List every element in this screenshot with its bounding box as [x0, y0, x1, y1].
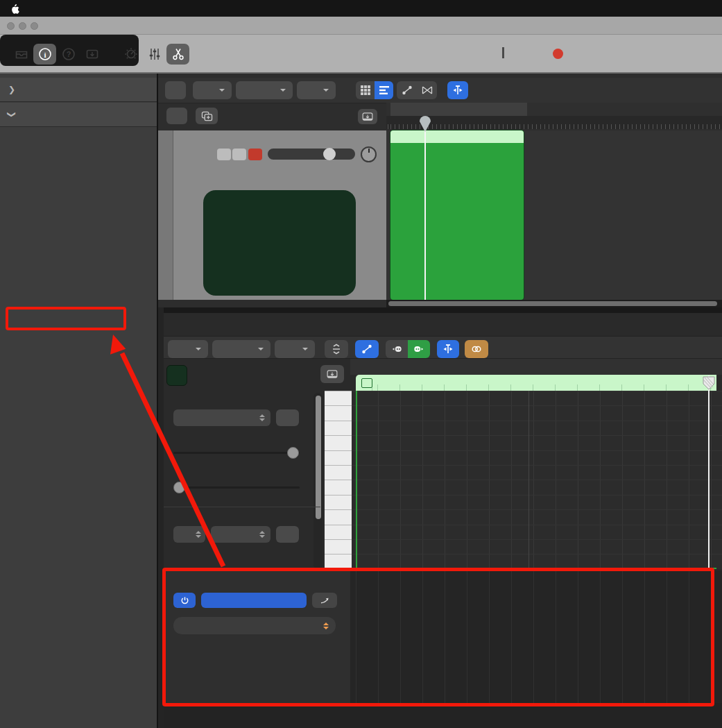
inspector-panel: ❯ ❯ — [0, 74, 158, 728]
close-window-button[interactable] — [7, 22, 15, 30]
track-pan-knob[interactable] — [361, 146, 377, 162]
minimize-window-button[interactable] — [19, 22, 26, 30]
pianoroll-edit-menu[interactable] — [168, 340, 208, 358]
pianoroll-catch-button[interactable] — [437, 340, 459, 358]
zoom-window-button[interactable] — [31, 22, 38, 30]
track-mute-button[interactable] — [217, 149, 231, 160]
add-track-button[interactable] — [166, 108, 187, 124]
stepper-icon — [196, 531, 201, 538]
track-header-toolbar — [158, 103, 386, 130]
automation-panel — [164, 570, 350, 703]
automation-mode-button[interactable] — [201, 593, 307, 608]
smart-controls-button[interactable] — [119, 44, 142, 65]
swing-slider-knob[interactable] — [173, 482, 185, 493]
midi-region[interactable] — [390, 130, 524, 300]
pianoroll-functions-menu[interactable] — [212, 340, 270, 358]
pan-knob-pointer — [368, 149, 370, 153]
divider — [164, 507, 320, 507]
region-play-icon[interactable] — [361, 378, 372, 388]
apple-icon[interactable] — [10, 3, 19, 14]
track-volume-slider[interactable] — [268, 149, 355, 160]
arrange-toolbar — [158, 78, 722, 103]
stepper-icon — [259, 531, 265, 538]
automation-power-button[interactable] — [173, 593, 196, 608]
volume-slider-knob[interactable] — [323, 148, 336, 160]
back-navigation-button[interactable] — [165, 81, 186, 99]
list-view-button[interactable] — [375, 81, 393, 99]
automation-curve[interactable] — [350, 570, 722, 703]
quick-help-button[interactable]: ? — [57, 44, 80, 65]
pianoroll-ruler[interactable] — [350, 359, 722, 375]
logic-pro-window: i ? ❯ ❯ — [0, 0, 722, 728]
track-number[interactable] — [158, 130, 173, 300]
track-solo-button[interactable] — [232, 149, 246, 160]
pianoroll-region-strip[interactable] — [356, 375, 716, 391]
playhead-marker[interactable] — [419, 116, 431, 133]
automation-parameter-dropdown[interactable] — [173, 617, 336, 634]
chevron-down-icon — [219, 89, 225, 92]
library-button[interactable] — [10, 44, 33, 65]
stepper-icon — [323, 623, 329, 629]
track-header[interactable] — [173, 130, 386, 300]
chevron-right-icon: ❯ — [8, 85, 15, 94]
scale-quantize-root-dropdown[interactable] — [173, 526, 205, 543]
midi-out-button[interactable] — [408, 340, 430, 358]
arrange-ruler-region-span — [390, 103, 527, 116]
strength-slider-knob[interactable] — [287, 447, 299, 459]
arrange-view-menu[interactable] — [297, 81, 336, 99]
arrange-edit-menu[interactable] — [193, 81, 232, 99]
scale-quantize-apply-button[interactable] — [276, 526, 299, 543]
strength-slider[interactable] — [173, 452, 300, 454]
arrange-playhead-line[interactable] — [424, 129, 426, 300]
track-inspector-header[interactable]: ❯ — [0, 103, 157, 127]
midi-in-button[interactable] — [386, 340, 408, 358]
chevron-down-icon — [258, 348, 264, 350]
scale-quantize-mode-dropdown[interactable] — [211, 526, 270, 543]
link-button[interactable] — [465, 340, 488, 358]
track-header-config-button[interactable] — [358, 109, 377, 124]
bottom-spacer — [158, 703, 722, 728]
duplicate-track-button[interactable] — [196, 108, 218, 124]
arrange-ruler-ticks[interactable] — [386, 116, 722, 129]
pianoroll-view-menu[interactable] — [275, 340, 315, 358]
window-titlebar — [0, 17, 722, 35]
pianoroll-playhead-marker[interactable] — [703, 375, 715, 391]
piano-keyboard[interactable] — [325, 391, 352, 569]
automation-button[interactable] — [397, 81, 417, 99]
record-button[interactable] — [553, 49, 563, 59]
time-quantize-dropdown[interactable] — [173, 409, 270, 426]
pianoroll-playhead-line[interactable] — [708, 375, 710, 569]
grid-view-button[interactable] — [356, 81, 375, 99]
time-quantize-apply-button[interactable] — [276, 409, 299, 426]
swing-slider[interactable] — [173, 486, 300, 489]
flex-crossfade-button[interactable] — [417, 81, 437, 99]
track-record-enable-button[interactable] — [248, 149, 262, 160]
editor-track-icon — [166, 365, 187, 386]
inspector-button[interactable]: i — [33, 44, 56, 65]
region-left-border — [356, 391, 357, 568]
left-gutter — [158, 307, 164, 728]
midi-draw-button[interactable] — [355, 340, 379, 358]
mixer-button[interactable] — [143, 44, 166, 65]
piano-roll-toolbar — [158, 336, 722, 359]
chevron-down-icon — [280, 89, 286, 92]
collapse-mode-button[interactable] — [325, 340, 348, 358]
region-inspector-header[interactable]: ❯ — [0, 78, 157, 102]
pianoroll-vscroll-bar[interactable] — [316, 396, 321, 519]
menu-bar — [0, 0, 722, 17]
goto-begin-bar — [502, 47, 505, 58]
chevron-down-icon — [323, 89, 329, 92]
track-icon-tile[interactable] — [203, 190, 356, 296]
catch-playhead-button[interactable] — [447, 81, 468, 99]
control-bar: i ? — [0, 35, 722, 74]
toolbar-button[interactable] — [80, 44, 103, 65]
go-to-beginning-button[interactable] — [502, 47, 505, 58]
arrange-functions-menu[interactable] — [236, 81, 293, 99]
svg-text:i: i — [44, 51, 46, 59]
editors-button[interactable] — [166, 44, 189, 65]
pianoroll-note-grid[interactable] — [352, 391, 722, 569]
stepper-icon — [259, 414, 265, 421]
editor-window-button[interactable] — [320, 365, 344, 383]
arrange-hscroll-bar[interactable] — [388, 301, 717, 306]
automation-advanced-button[interactable] — [312, 593, 337, 608]
